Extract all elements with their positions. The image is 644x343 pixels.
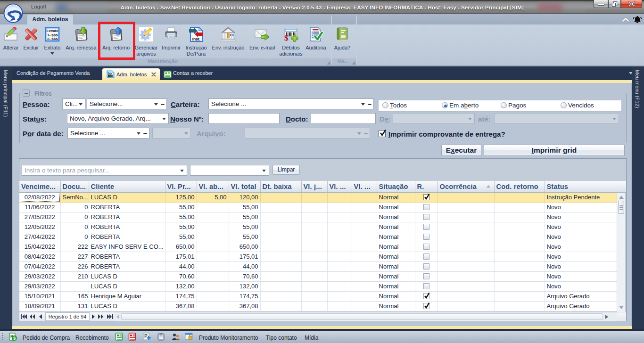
svg-text:2- $$$: 2- $$$	[47, 37, 58, 41]
svg-text:Inst.: Inst.	[192, 37, 200, 41]
svg-text:$: $	[284, 33, 289, 42]
svg-text:$: $	[13, 336, 16, 341]
svg-text:bo: bo	[108, 72, 112, 75]
